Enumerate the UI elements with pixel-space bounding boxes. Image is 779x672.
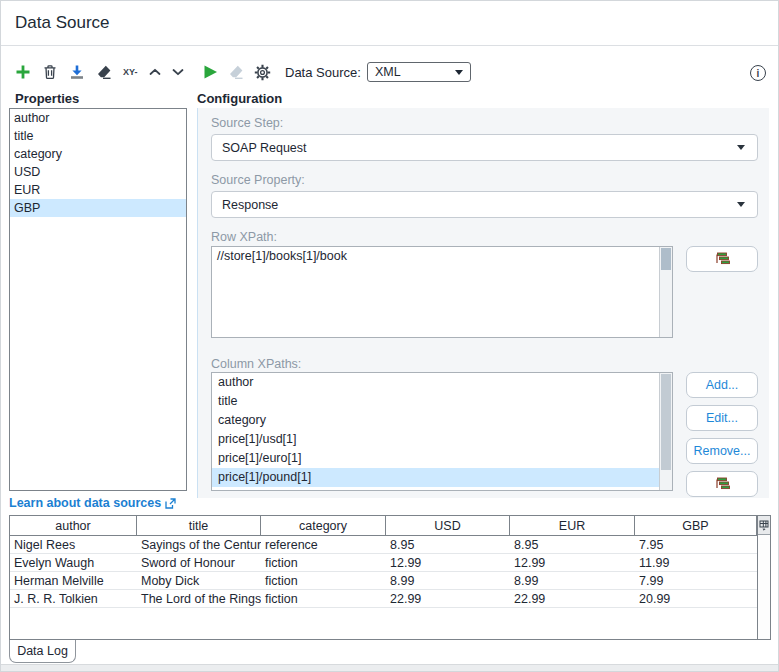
bottom-edge [1, 664, 779, 671]
select-column-xpath-button[interactable] [686, 471, 758, 497]
row-xpath-label: Row XPath: [211, 230, 277, 244]
column-header[interactable]: GBP [635, 516, 757, 535]
source-step-select[interactable]: SOAP Request [211, 134, 758, 161]
table-cell: Evelyn Waugh [10, 554, 137, 571]
xpath-tree-icon [714, 477, 731, 491]
column-header[interactable]: USD [386, 516, 510, 535]
source-property-value: Response [222, 198, 278, 212]
learn-link[interactable]: Learn about data sources [9, 496, 176, 510]
preview-table-header: authortitlecategoryUSDEURGBP [10, 516, 770, 536]
table-cell: reference [261, 536, 386, 553]
data-source-type-value: XML [375, 65, 401, 79]
table-cell: fiction [261, 590, 386, 607]
table-cell: 8.99 [510, 572, 635, 589]
header-divider [1, 45, 779, 46]
delete-property-icon[interactable] [42, 64, 58, 80]
select-row-xpath-button[interactable] [686, 246, 758, 272]
data-source-window: Data Source XY- [0, 0, 779, 672]
properties-heading: Properties [15, 91, 79, 106]
properties-list-item[interactable]: EUR [10, 181, 186, 199]
properties-list-item[interactable]: GBP [10, 199, 186, 217]
properties-list[interactable]: authortitlecategoryUSDEURGBP [9, 108, 187, 491]
remove-button[interactable]: Remove... [686, 438, 758, 464]
table-cell: fiction [261, 572, 386, 589]
info-icon[interactable]: i [750, 65, 766, 81]
column-xpath-item[interactable]: price[1]/euro[1] [212, 449, 659, 468]
row-xpath-textarea[interactable]: //store[1]/books[1]/book [211, 246, 673, 338]
table-cell: 8.95 [386, 536, 510, 553]
add-property-icon[interactable] [15, 64, 31, 80]
properties-toolbar: XY- [15, 60, 184, 84]
row-xpath-value: //store[1]/books[1]/book [212, 247, 672, 265]
table-cell: J. R. R. Tolkien [10, 590, 137, 607]
table-cell: 22.99 [386, 590, 510, 607]
table-options-icon [759, 520, 769, 531]
learn-link-label: Learn about data sources [9, 496, 161, 510]
column-xpath-item[interactable]: price[1]/pound[1] [212, 468, 659, 487]
move-down-icon[interactable] [172, 68, 184, 76]
table-cell: 22.99 [510, 590, 635, 607]
table-cell: Nigel Rees [10, 536, 137, 553]
column-xpaths-label: Column XPaths: [211, 357, 301, 371]
xy-properties-icon[interactable]: XY- [123, 67, 138, 77]
table-cell: fiction [261, 554, 386, 571]
page-title: Data Source [15, 13, 110, 33]
column-xpath-item[interactable]: category [212, 411, 659, 430]
column-header[interactable]: title [137, 516, 261, 535]
tab-data-log-label: Data Log [17, 644, 68, 658]
table-cell: 8.95 [510, 536, 635, 553]
preview-table: authortitlecategoryUSDEURGBP Nigel ReesS… [9, 515, 771, 640]
import-properties-icon[interactable] [69, 64, 85, 80]
table-cell: 11.99 [635, 554, 757, 571]
clear-run-icon-disabled[interactable] [228, 64, 244, 80]
table-cell: 7.95 [635, 536, 757, 553]
xpath-tree-icon [714, 252, 731, 266]
properties-list-item[interactable]: author [10, 109, 186, 127]
table-cell: 20.99 [635, 590, 757, 607]
column-xpaths-list[interactable]: authortitlecategoryprice[1]/usd[1]price[… [211, 372, 673, 491]
table-row[interactable]: J. R. R. TolkienThe Lord of the Ringsfic… [10, 590, 770, 608]
configuration-heading: Configuration [197, 91, 282, 106]
table-cell: Sword of Honour [137, 554, 261, 571]
edit-button[interactable]: Edit... [686, 405, 758, 431]
source-property-select[interactable]: Response [211, 191, 758, 218]
run-icon[interactable] [203, 64, 218, 80]
column-header[interactable]: author [10, 516, 137, 535]
table-cell: Sayings of the Century [137, 536, 261, 553]
column-header[interactable]: category [261, 516, 386, 535]
preview-table-body: Nigel ReesSayings of the Centuryreferenc… [10, 536, 770, 608]
properties-list-item[interactable]: title [10, 127, 186, 145]
column-xpaths-scrollbar[interactable] [659, 373, 672, 490]
column-header[interactable]: EUR [510, 516, 635, 535]
data-source-type-select[interactable]: XML [367, 62, 471, 82]
table-cell: 7.99 [635, 572, 757, 589]
column-xpath-item[interactable]: title [212, 392, 659, 411]
table-cell: Herman Melville [10, 572, 137, 589]
preview-table-scrollbar[interactable] [757, 516, 770, 639]
settings-gear-icon[interactable] [254, 64, 271, 81]
external-link-icon [165, 498, 176, 509]
run-toolbar: Data Source: XML [203, 60, 471, 84]
table-row[interactable]: Evelyn WaughSword of Honourfiction12.991… [10, 554, 770, 572]
move-up-icon[interactable] [149, 68, 161, 76]
table-row[interactable]: Nigel ReesSayings of the Centuryreferenc… [10, 536, 770, 554]
column-xpath-item[interactable]: price[1]/usd[1] [212, 430, 659, 449]
properties-list-item[interactable]: USD [10, 163, 186, 181]
table-cell: 12.99 [386, 554, 510, 571]
table-row[interactable]: Herman MelvilleMoby Dickfiction8.998.997… [10, 572, 770, 590]
source-step-value: SOAP Request [222, 141, 307, 155]
add-button[interactable]: Add... [686, 372, 758, 398]
row-xpath-scrollbar[interactable] [659, 247, 672, 337]
table-options-button[interactable] [758, 516, 770, 535]
table-cell: 12.99 [510, 554, 635, 571]
properties-list-item[interactable]: category [10, 145, 186, 163]
column-xpath-item[interactable]: author [212, 373, 659, 392]
table-cell: The Lord of the Rings [137, 590, 261, 607]
source-step-label: Source Step: [211, 116, 283, 130]
chevron-down-icon [455, 70, 463, 75]
table-cell: Moby Dick [137, 572, 261, 589]
source-property-label: Source Property: [211, 173, 305, 187]
clear-properties-icon[interactable] [96, 64, 112, 80]
tab-data-log[interactable]: Data Log [9, 640, 76, 663]
chevron-down-icon [737, 145, 745, 150]
